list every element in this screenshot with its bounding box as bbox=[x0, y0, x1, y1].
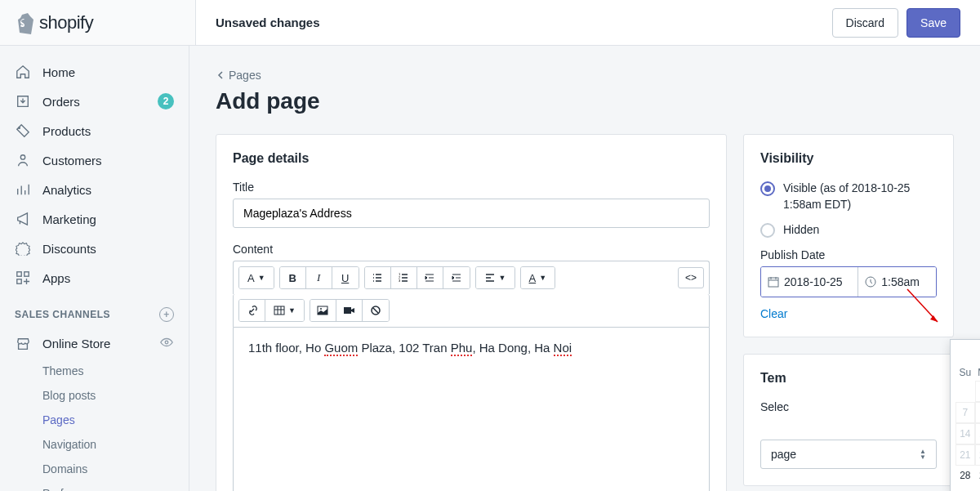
svg-point-10 bbox=[320, 308, 322, 310]
page-title: Add page bbox=[216, 88, 954, 114]
calendar-dow: Su bbox=[956, 364, 975, 381]
outdent-button[interactable] bbox=[417, 267, 443, 288]
svg-rect-8 bbox=[274, 306, 284, 315]
clear-date-link[interactable]: Clear bbox=[760, 307, 937, 320]
eye-icon[interactable] bbox=[159, 335, 174, 352]
page-details-card: Page details Title Content A▼ bbox=[216, 134, 727, 491]
save-bar: Unsaved changes Discard Save bbox=[196, 8, 980, 38]
calendar-icon bbox=[768, 276, 779, 288]
publish-date-input[interactable]: 2018-10-25 bbox=[761, 267, 858, 297]
svg-rect-2 bbox=[24, 272, 29, 276]
online-store-icon bbox=[15, 336, 31, 352]
template-select[interactable]: page ▲▼ bbox=[760, 440, 937, 469]
sidebar-subitem-domains[interactable]: Domains bbox=[0, 457, 189, 481]
html-toggle-button[interactable]: <> bbox=[678, 267, 704, 288]
publish-date-row: 2018-10-25 1:58am bbox=[760, 266, 937, 297]
save-button[interactable]: Save bbox=[906, 8, 960, 38]
radio-checked-icon bbox=[760, 181, 775, 196]
table-dropdown[interactable]: ▼ bbox=[265, 300, 304, 321]
underline-button[interactable]: U bbox=[332, 267, 359, 288]
sidebar-subitem-preferences[interactable]: Preferences bbox=[0, 481, 189, 491]
svg-point-4 bbox=[165, 341, 168, 344]
sidebar-subitem-blog-posts[interactable]: Blog posts bbox=[0, 383, 189, 408]
main-content: Pages Add page Page details Title Conten… bbox=[189, 46, 980, 491]
visibility-hidden-option[interactable]: Hidden bbox=[760, 222, 937, 239]
calendar-day[interactable]: 28 bbox=[956, 466, 975, 485]
calendar-day[interactable]: 7 bbox=[956, 402, 975, 423]
editor-toolbar-row2: ▼ bbox=[233, 294, 710, 327]
visibility-card: Visibility Visible (as of 2018-10-25 1:5… bbox=[743, 134, 954, 337]
svg-rect-3 bbox=[17, 279, 21, 283]
nav-products[interactable]: Products bbox=[0, 116, 189, 145]
nav-orders[interactable]: Orders 2 bbox=[0, 87, 189, 116]
video-button[interactable] bbox=[336, 300, 363, 321]
chevron-left-icon bbox=[216, 70, 225, 80]
nav-apps[interactable]: Apps bbox=[0, 263, 189, 292]
svg-point-0 bbox=[20, 155, 24, 159]
calendar-day[interactable]: 29 bbox=[975, 466, 980, 485]
align-dropdown[interactable]: ▼ bbox=[476, 267, 514, 288]
svg-rect-13 bbox=[768, 278, 778, 287]
logo-text: shopify bbox=[39, 12, 93, 33]
format-dropdown[interactable]: A▼ bbox=[239, 267, 274, 288]
clock-icon bbox=[865, 276, 876, 288]
calendar-dow: Mo bbox=[975, 364, 980, 381]
template-select-label: Selec bbox=[760, 400, 937, 413]
calendar-day[interactable]: 1 bbox=[975, 381, 980, 402]
text-color-dropdown[interactable]: A▼ bbox=[521, 267, 555, 288]
breadcrumb-back[interactable]: Pages bbox=[216, 69, 954, 82]
sidebar-subitem-themes[interactable]: Themes bbox=[0, 359, 189, 383]
bullet-list-button[interactable] bbox=[365, 267, 391, 288]
content-label: Content bbox=[233, 243, 710, 256]
calendar-day[interactable]: 8 bbox=[975, 402, 980, 423]
editor-toolbar: A▼ B I U 123 bbox=[233, 261, 710, 294]
shopify-logo-icon bbox=[15, 11, 34, 34]
unsaved-changes-label: Unsaved changes bbox=[216, 16, 320, 29]
select-arrows-icon: ▲▼ bbox=[920, 449, 926, 460]
calendar-day[interactable]: 15 bbox=[975, 423, 980, 444]
home-icon bbox=[15, 64, 31, 80]
indent-button[interactable] bbox=[443, 267, 470, 288]
bold-button[interactable]: B bbox=[280, 267, 306, 288]
template-heading: Tem bbox=[760, 371, 937, 386]
svg-rect-11 bbox=[344, 307, 351, 314]
radio-unchecked-icon bbox=[760, 223, 775, 238]
nav-home[interactable]: Home bbox=[0, 57, 189, 87]
orders-icon bbox=[15, 93, 31, 109]
publish-time-input[interactable]: 1:58am bbox=[858, 267, 936, 297]
nav-online-store[interactable]: Online Store bbox=[0, 328, 189, 359]
title-label: Title bbox=[233, 181, 710, 194]
calendar-day[interactable]: 22 bbox=[975, 444, 980, 466]
content-editor[interactable]: 11th floor, Ho Guom Plaza, 102 Tran Phu,… bbox=[233, 327, 710, 491]
sidebar-subitem-navigation[interactable]: Navigation bbox=[0, 432, 189, 457]
discounts-icon bbox=[15, 240, 31, 257]
clear-format-button[interactable] bbox=[363, 300, 389, 321]
italic-button[interactable]: I bbox=[306, 267, 332, 288]
products-icon bbox=[15, 123, 31, 139]
visibility-heading: Visibility bbox=[760, 151, 937, 166]
nav-analytics[interactable]: Analytics bbox=[0, 175, 189, 204]
add-channel-icon[interactable]: + bbox=[159, 307, 174, 322]
number-list-button[interactable]: 123 bbox=[391, 267, 417, 288]
nav-customers[interactable]: Customers bbox=[0, 145, 189, 175]
sidebar: Home Orders 2 Products Customers Analyti… bbox=[0, 46, 189, 491]
image-button[interactable] bbox=[310, 300, 336, 321]
publish-date-label: Publish Date bbox=[760, 248, 937, 261]
visibility-visible-option[interactable]: Visible (as of 2018-10-25 1:58am EDT) bbox=[760, 181, 937, 212]
discard-button[interactable]: Discard bbox=[832, 8, 898, 38]
svg-text:3: 3 bbox=[399, 279, 401, 283]
analytics-icon bbox=[15, 181, 31, 198]
logo-area: shopify bbox=[0, 0, 196, 45]
calendar-day[interactable]: 14 bbox=[956, 423, 975, 444]
topbar-actions: Discard Save bbox=[832, 8, 960, 38]
sidebar-subitem-pages[interactable]: Pages bbox=[0, 408, 189, 432]
link-button[interactable] bbox=[239, 300, 265, 321]
page-details-heading: Page details bbox=[233, 151, 710, 166]
calendar-day[interactable]: 21 bbox=[956, 444, 975, 466]
nav-discounts[interactable]: Discounts bbox=[0, 234, 189, 263]
sales-channels-header: SALES CHANNELS + bbox=[0, 292, 189, 328]
calendar-popup: October 2018 SuMoTuWeThFrSa 123456789101… bbox=[950, 339, 980, 491]
customers-icon bbox=[15, 152, 31, 168]
nav-marketing[interactable]: Marketing bbox=[0, 204, 189, 234]
title-input[interactable] bbox=[233, 199, 710, 228]
